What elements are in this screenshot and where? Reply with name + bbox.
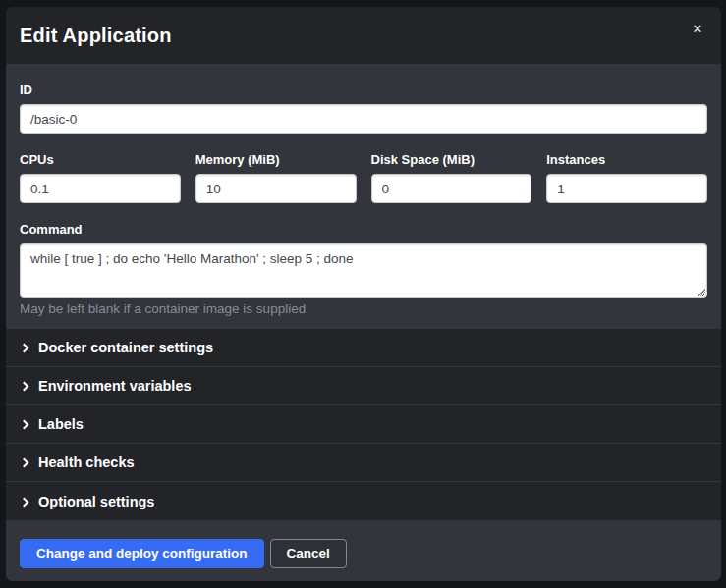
modal-title: Edit Application	[20, 25, 172, 47]
section-health-checks[interactable]: Health checks	[6, 444, 721, 482]
memory-field-group: Memory (MiB)	[195, 153, 357, 203]
command-textarea-wrap: while [ true ] ; do echo 'Hello Marathon…	[20, 243, 707, 298]
section-label: Optional settings	[38, 494, 154, 509]
cancel-button[interactable]: Cancel	[270, 539, 347, 568]
command-field-group: Command while [ true ] ; do echo 'Hello …	[20, 223, 707, 329]
modal-footer: Change and deploy configuration Cancel	[6, 520, 721, 581]
edit-application-modal: Edit Application ✕ ID CPUs Memory (MiB) …	[6, 7, 721, 581]
id-label: ID	[20, 83, 707, 97]
instances-label: Instances	[546, 153, 707, 167]
change-and-deploy-button[interactable]: Change and deploy configuration	[20, 539, 264, 568]
chevron-right-icon	[20, 344, 29, 353]
cpus-input[interactable]	[20, 174, 181, 203]
disk-input[interactable]	[371, 174, 532, 203]
command-label: Command	[20, 223, 707, 237]
section-label: Docker container settings	[38, 340, 213, 355]
section-labels[interactable]: Labels	[6, 405, 721, 444]
id-field-group: ID	[20, 83, 707, 134]
instances-input[interactable]	[546, 174, 707, 203]
section-label: Environment variables	[38, 378, 192, 394]
cpus-label: CPUs	[20, 153, 181, 167]
section-label: Health checks	[38, 454, 135, 470]
command-textarea[interactable]: while [ true ] ; do echo 'Hello Marathon…	[20, 243, 707, 298]
page-backdrop: { "colors": { "primary_button": "#366bf3…	[0, 0, 726, 588]
close-button[interactable]: ✕	[687, 19, 708, 40]
command-help-text: May be left blank if a container image i…	[20, 302, 707, 329]
section-label: Labels	[38, 416, 84, 432]
section-optional-settings[interactable]: Optional settings	[6, 482, 721, 520]
instances-field-group: Instances	[546, 153, 707, 203]
close-icon: ✕	[693, 22, 703, 36]
id-input[interactable]	[20, 104, 707, 134]
resources-row: CPUs Memory (MiB) Disk Space (MiB) Insta…	[20, 153, 707, 203]
chevron-right-icon	[20, 458, 29, 468]
chevron-right-icon	[20, 420, 29, 430]
cpus-field-group: CPUs	[20, 153, 181, 203]
chevron-right-icon	[20, 497, 29, 507]
disk-field-group: Disk Space (MiB)	[371, 153, 532, 203]
memory-label: Memory (MiB)	[195, 153, 357, 167]
section-environment-variables[interactable]: Environment variables	[6, 367, 721, 405]
modal-header: Edit Application ✕	[6, 7, 721, 64]
edit-application-form: ID CPUs Memory (MiB) Disk Space (MiB) In…	[6, 64, 721, 329]
chevron-right-icon	[20, 382, 29, 392]
accordion-sections: Docker container settings Environment va…	[6, 329, 721, 520]
section-docker-container-settings[interactable]: Docker container settings	[6, 329, 721, 367]
disk-label: Disk Space (MiB)	[371, 153, 532, 167]
memory-input[interactable]	[195, 174, 357, 203]
